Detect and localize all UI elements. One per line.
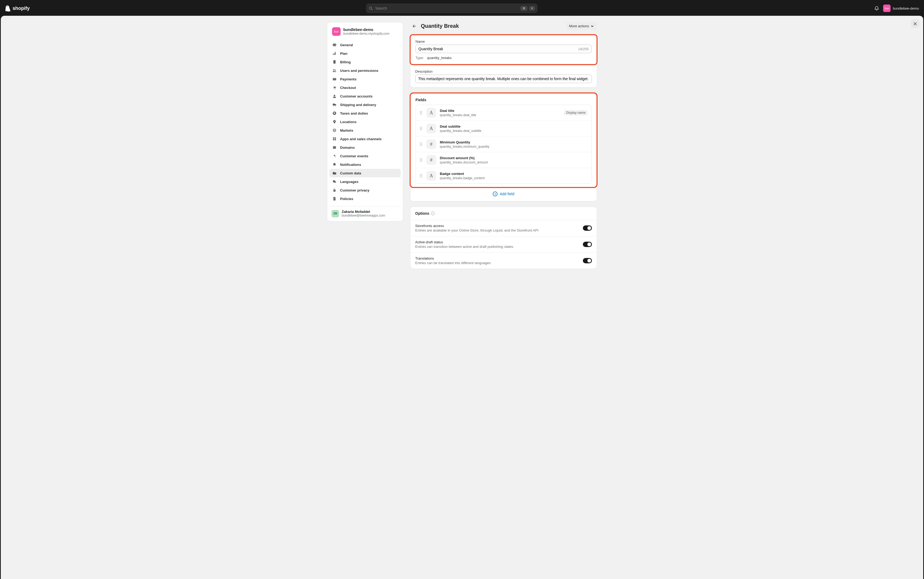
sidebar-store-name: bundlebee-demo — [343, 28, 389, 32]
toggle-switch[interactable] — [583, 226, 592, 231]
kbd-cmd: ⌘ — [520, 6, 527, 11]
field-key: quantity_breaks.minimum_quantity — [440, 145, 588, 149]
sidebar-item-customer-events[interactable]: Customer events — [329, 152, 401, 160]
option-title: Storefronts access — [415, 224, 579, 228]
lang-icon — [332, 179, 337, 184]
sidebar-item-label: Checkout — [340, 86, 356, 90]
sidebar-item-label: Plan — [340, 52, 347, 56]
sidebar-item-languages[interactable]: Languages — [329, 177, 401, 186]
sidebar-item-locations[interactable]: Locations — [329, 118, 401, 126]
svg-point-58 — [421, 175, 422, 176]
sidebar-item-general[interactable]: General — [329, 41, 401, 49]
svg-point-52 — [421, 160, 422, 160]
sidebar-item-customer-privacy[interactable]: Customer privacy — [329, 186, 401, 195]
field-key: quantity_breaks.deal_subtitle — [440, 129, 588, 133]
back-button[interactable] — [410, 23, 418, 30]
svg-rect-10 — [333, 79, 336, 79]
lock-icon — [332, 188, 337, 193]
card-icon — [332, 77, 337, 82]
type-label: Type: — [415, 56, 424, 60]
svg-rect-28 — [333, 190, 336, 191]
field-type-icon: A — [427, 171, 436, 180]
svg-point-13 — [334, 95, 335, 96]
svg-point-55 — [420, 174, 420, 175]
name-char-count: 14/255 — [578, 47, 589, 51]
domain-icon — [332, 145, 337, 150]
sidebar-item-customer-accounts[interactable]: Customer accounts — [329, 92, 401, 100]
sidebar-item-taxes-and-duties[interactable]: Taxes and duties — [329, 109, 401, 118]
bell-icon — [332, 162, 337, 167]
svg-point-46 — [421, 144, 422, 144]
option-title: Active-draft status — [415, 240, 579, 244]
folder-icon — [332, 171, 337, 175]
more-actions-button[interactable]: More actions — [566, 22, 597, 30]
description-input[interactable] — [418, 77, 589, 81]
sidebar-item-policies[interactable]: Policies — [329, 195, 401, 203]
sidebar-item-payments[interactable]: Payments — [329, 75, 401, 83]
info-icon[interactable]: i — [431, 211, 435, 215]
svg-point-32 — [421, 111, 422, 112]
plus-circle-icon: + — [493, 191, 497, 196]
svg-rect-20 — [335, 137, 336, 139]
sidebar-item-checkout[interactable]: Checkout — [329, 83, 401, 92]
drag-handle-icon[interactable] — [420, 111, 423, 115]
option-title: Translations — [415, 257, 579, 260]
svg-point-14 — [333, 105, 334, 106]
search-input[interactable] — [375, 6, 519, 10]
field-row[interactable]: # Discount amount (%) quantity_breaks.di… — [416, 152, 591, 168]
svg-rect-23 — [333, 146, 336, 149]
field-row[interactable]: A Deal subtitle quantity_breaks.deal_sub… — [416, 121, 591, 136]
add-field-button[interactable]: + Add field — [410, 187, 597, 201]
sidebar-item-markets[interactable]: Markets — [329, 126, 401, 134]
field-row[interactable]: # Minimum Quantity quantity_breaks.minim… — [416, 136, 591, 152]
svg-point-44 — [421, 142, 422, 143]
sidebar-item-label: General — [340, 43, 353, 47]
sidebar-item-label: Payments — [340, 77, 356, 81]
sidebar-item-custom-data[interactable]: Custom data — [329, 169, 401, 177]
close-button[interactable] — [911, 20, 919, 28]
sidebar-item-users-and-permissions[interactable]: Users and permissions — [329, 66, 401, 75]
toggle-switch[interactable] — [583, 258, 592, 263]
store-menu[interactable]: bun bundlebee-demo — [883, 5, 919, 12]
name-input-wrapper[interactable]: 14/255 — [415, 44, 592, 53]
drag-handle-icon[interactable] — [420, 142, 423, 146]
field-row[interactable]: A Deal title quantity_breaks.deal_title … — [416, 105, 591, 121]
sidebar-item-billing[interactable]: Billing — [329, 58, 401, 66]
sidebar-item-label: Domains — [340, 146, 355, 150]
svg-rect-21 — [333, 139, 334, 141]
drag-handle-icon[interactable] — [420, 158, 423, 162]
svg-point-36 — [421, 114, 422, 114]
sidebar-item-notifications[interactable]: Notifications — [329, 160, 401, 169]
field-badge: Display name — [564, 110, 588, 115]
drag-handle-icon[interactable] — [420, 173, 423, 178]
description-input-wrapper[interactable] — [415, 75, 592, 83]
add-field-label: Add field — [500, 192, 514, 196]
svg-point-39 — [420, 128, 420, 129]
sidebar-item-label: Custom data — [340, 171, 361, 175]
svg-line-1 — [372, 9, 373, 10]
sidebar-item-shipping-and-delivery[interactable]: Shipping and delivery — [329, 100, 401, 109]
drag-handle-icon[interactable] — [420, 126, 423, 131]
option-subtitle: Entries are available in your Online Sto… — [415, 228, 579, 232]
search-box[interactable]: ⌘ K — [366, 4, 537, 13]
doc-icon — [332, 196, 337, 201]
chart-icon — [332, 51, 337, 56]
option-row: Active-draft status Entries can transiti… — [410, 236, 597, 252]
sidebar-item-plan[interactable]: Plan — [329, 49, 401, 58]
toggle-switch[interactable] — [583, 242, 592, 247]
sidebar-item-apps-and-sales-channels[interactable]: Apps and sales channels — [329, 134, 401, 143]
sidebar-item-label: Customer privacy — [340, 188, 369, 192]
description-label: Description — [415, 69, 592, 74]
truck-icon — [332, 102, 337, 107]
pin-icon — [332, 119, 337, 124]
field-row[interactable]: A Badge content quantity_breaks.badge_co… — [416, 168, 591, 183]
gear-icon — [332, 43, 337, 47]
field-name: Deal subtitle — [440, 124, 588, 128]
shopify-logo[interactable]: shopify — [5, 5, 30, 11]
svg-point-42 — [421, 129, 422, 130]
notifications-icon[interactable] — [874, 6, 879, 11]
apps-icon — [332, 136, 337, 141]
sidebar-store-avatar: bun — [332, 27, 341, 36]
name-input[interactable] — [419, 47, 578, 51]
sidebar-item-domains[interactable]: Domains — [329, 143, 401, 152]
